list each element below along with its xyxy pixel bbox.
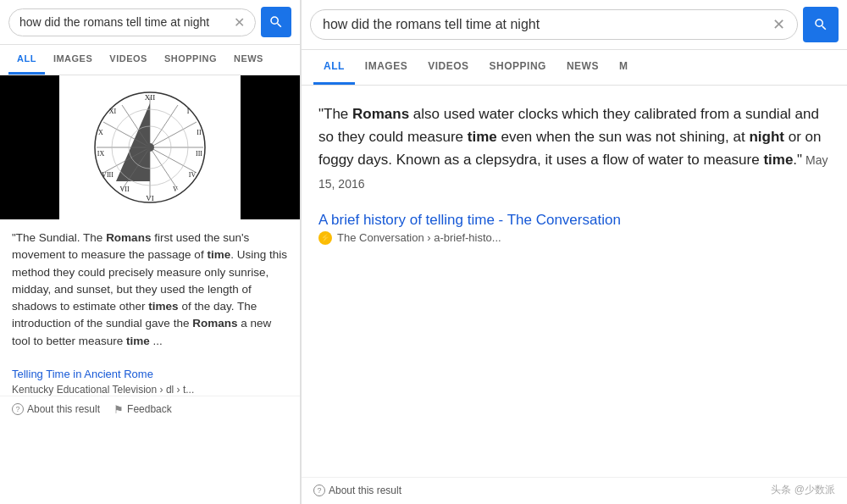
snippet-close: ." <box>793 152 802 168</box>
right-about-icon: ? <box>313 485 325 496</box>
left-search-bar: how did the romans tell time at night ✕ <box>0 0 300 45</box>
left-search-button[interactable] <box>261 7 291 37</box>
left-image-strip: XII I II III IV V VI VII VIII IX X XI <box>0 75 300 219</box>
snippet-bold-time2: time <box>126 335 150 347</box>
left-about-result[interactable]: ? About this result <box>12 403 100 415</box>
result-url-text: The Conversation › a-brief-histo... <box>337 231 501 244</box>
left-tab-news[interactable]: NEWS <box>225 45 272 75</box>
left-sundial-image: XII I II III IV V VI VII VIII IX X XI <box>59 75 241 219</box>
right-about-result[interactable]: ? About this result <box>313 485 401 496</box>
snippet-bold-night: night <box>749 129 784 145</box>
left-tab-all[interactable]: ALL <box>8 45 45 75</box>
right-tab-more[interactable]: M <box>609 50 639 85</box>
snippet-open: "The <box>318 106 352 122</box>
right-tab-all[interactable]: ALL <box>313 50 355 85</box>
right-tab-videos[interactable]: VIDEOS <box>418 50 479 85</box>
left-image-black-right <box>241 75 300 219</box>
right-nav-tabs: ALL IMAGES VIDEOS SHOPPING NEWS M <box>302 50 847 86</box>
right-footer: ? About this result 头条 @少数派 <box>302 477 847 504</box>
svg-text:IX: IX <box>97 150 105 158</box>
snippet-bold-time1: time <box>207 248 230 261</box>
result-url-icon: ⚡ <box>318 231 332 245</box>
left-about-icon: ? <box>12 403 24 415</box>
snippet-text-6: ... <box>150 335 163 347</box>
left-feedback-link[interactable]: ⚑ Feedback <box>113 403 172 416</box>
left-footer: ? About this result ⚑ Feedback <box>0 396 300 423</box>
svg-text:V: V <box>173 186 178 193</box>
left-tab-shopping[interactable]: SHOPPING <box>156 45 225 75</box>
snippet-bold-time: time <box>468 129 497 145</box>
right-close-icon[interactable]: ✕ <box>772 15 785 34</box>
right-tab-news[interactable]: NEWS <box>556 50 609 85</box>
left-search-input: how did the romans tell time at night <box>19 15 229 29</box>
snippet-bold-romans2: Romans <box>192 317 237 330</box>
snippet-text-1: "The Sundial. The <box>12 231 106 244</box>
snippet-bold-times: times <box>148 300 178 313</box>
right-search-input: how did the romans tell time at night <box>323 17 766 32</box>
svg-text:XI: XI <box>109 108 117 115</box>
left-close-icon[interactable]: ✕ <box>234 14 245 30</box>
result-link-block: A brief history of telling time - The Co… <box>318 212 830 245</box>
featured-snippet: "The Romans also used water clocks which… <box>318 102 830 195</box>
right-search-button[interactable] <box>803 7 839 42</box>
right-search-input-wrapper[interactable]: how did the romans tell time at night ✕ <box>310 9 798 40</box>
svg-text:III: III <box>196 150 202 158</box>
snippet-text-b: even when the sun was not shining, at <box>497 129 750 145</box>
snippet-bold-romans: Romans <box>106 231 151 244</box>
svg-text:VIII: VIII <box>102 171 113 179</box>
watermark-text: 头条 @少数派 <box>771 483 835 497</box>
left-panel: how did the romans tell time at night ✕ … <box>0 0 301 504</box>
svg-point-28 <box>146 143 154 152</box>
right-about-label: About this result <box>329 485 401 496</box>
left-source-link[interactable]: Telling Time in Ancient Rome <box>0 360 300 384</box>
right-search-icon <box>813 17 828 32</box>
left-flag-icon: ⚑ <box>113 403 124 416</box>
snippet-quote: "The Romans also used water clocks which… <box>318 102 830 195</box>
left-tab-images[interactable]: IMAGES <box>45 45 101 75</box>
left-snippet-text: "The Sundial. The Romans first used the … <box>0 219 300 360</box>
result-url-row: ⚡ The Conversation › a-brief-histo... <box>318 231 830 245</box>
svg-text:II: II <box>197 129 202 136</box>
snippet-bold-romans: Romans <box>352 106 409 122</box>
right-tab-images[interactable]: IMAGES <box>355 50 418 85</box>
left-feedback-label: Feedback <box>127 403 172 415</box>
right-content: "The Romans also used water clocks which… <box>302 86 847 477</box>
svg-text:X: X <box>98 129 103 136</box>
result-link-title[interactable]: A brief history of telling time - The Co… <box>318 212 621 228</box>
left-tab-videos[interactable]: VIDEOS <box>101 45 156 75</box>
sundial-svg: XII I II III IV V VI VII VIII IX X XI <box>91 88 209 207</box>
right-search-bar: how did the romans tell time at night ✕ <box>302 0 847 50</box>
svg-text:VII: VII <box>119 186 129 193</box>
left-nav-tabs: ALL IMAGES VIDEOS SHOPPING NEWS <box>0 45 300 75</box>
svg-text:I: I <box>187 108 190 115</box>
left-image-black-left <box>0 75 59 219</box>
left-about-label: About this result <box>27 403 100 415</box>
left-source-sub: Kentucky Educational Television › dl › t… <box>0 384 300 396</box>
right-tab-shopping[interactable]: SHOPPING <box>479 50 556 85</box>
left-source-anchor[interactable]: Telling Time in Ancient Rome <box>12 368 153 380</box>
left-search-icon <box>268 14 284 30</box>
right-panel: how did the romans tell time at night ✕ … <box>302 0 847 504</box>
snippet-bold-time2: time <box>763 152 793 168</box>
left-search-input-wrapper[interactable]: how did the romans tell time at night ✕ <box>8 8 256 36</box>
